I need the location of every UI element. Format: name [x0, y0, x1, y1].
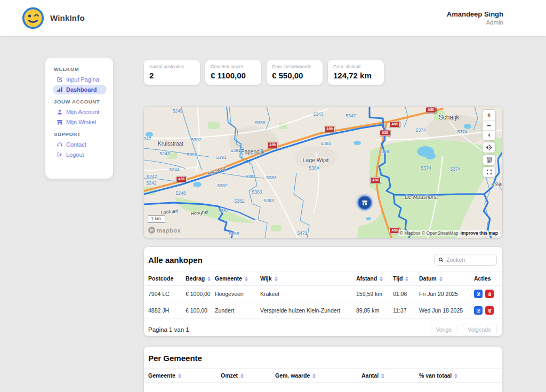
zoom-out-button[interactable]: −: [483, 120, 495, 130]
cell-acties: [472, 302, 502, 319]
ledger-icon: [486, 156, 493, 163]
app-logo: WinkInfo: [21, 6, 85, 30]
per-gemeente-card: Per Gemeente GemeenteOmzetGem. waardeAan…: [144, 347, 502, 392]
sidebar-item-logout[interactable]: Logout: [53, 150, 107, 159]
map-postcode-label: 5386: [255, 120, 266, 125]
road-shield: A50: [370, 177, 381, 183]
stat-value: 124,72 km: [333, 71, 379, 80]
app-title: WinkInfo: [50, 13, 85, 22]
map-attribution: © Mapbox © OpenStreetMap Improve this ma…: [398, 230, 500, 236]
column-header-datum[interactable]: Datum: [417, 271, 472, 286]
column-header-tijd[interactable]: Tijd: [391, 271, 417, 286]
sidebar-item-label: Mijn Winkel: [66, 119, 96, 125]
compass-button[interactable]: [483, 130, 495, 140]
map-postcode-label: 5374: [421, 165, 431, 171]
cell-wijk: Krakeel: [258, 286, 354, 302]
map-postcode-label: 5374: [457, 129, 468, 134]
sidebar-item-label: Logout: [66, 151, 84, 158]
map-postcode-label: 5391: [231, 148, 241, 153]
road-shield: A50: [425, 107, 436, 113]
edit-button[interactable]: [474, 290, 483, 298]
cell-afstand: 159,59 km: [354, 286, 391, 302]
delete-button[interactable]: [485, 290, 494, 298]
stat-card-gemeten-omzet: Gemeten omzet€ 1100,00: [205, 60, 261, 85]
store-marker[interactable]: [358, 196, 372, 210]
road-shield: A59: [324, 126, 335, 132]
edit-button[interactable]: [474, 306, 483, 315]
zoom-in-button[interactable]: +: [483, 110, 495, 120]
column-header-gem-waarde[interactable]: Gem. waarde: [273, 369, 359, 383]
logout-icon: [57, 151, 63, 158]
stat-label: Gem. bestelwaarde: [272, 64, 317, 69]
sort-icon: [240, 374, 244, 378]
map-postcode-label: 5242: [147, 174, 157, 179]
fullscreen-button[interactable]: [483, 167, 495, 177]
map-controls: + −: [483, 110, 495, 177]
geolocate-button[interactable]: [483, 142, 495, 153]
search-input[interactable]: [446, 257, 493, 263]
delete-button[interactable]: [485, 306, 494, 315]
per-gemeente-title: Per Gemeente: [148, 354, 202, 363]
improve-map-link[interactable]: Improve this map: [461, 230, 498, 236]
map-postcode-label: 5391: [216, 155, 227, 160]
column-header--van-totaal[interactable]: % van totaal: [417, 369, 502, 383]
sidebar-item-contact[interactable]: Contact: [53, 140, 107, 149]
cell-acties: [472, 286, 502, 302]
map-postcode-label: 5382: [235, 198, 245, 204]
stat-value: € 550,00: [272, 71, 317, 80]
sidebar-item-dashboard[interactable]: Dashboard: [53, 85, 107, 94]
sidebar-item-mijn-account[interactable]: Mijn Account: [53, 107, 107, 117]
sort-icon: [207, 277, 211, 281]
map-postcode-label: 5388: [379, 149, 389, 154]
sidebar-item-mijn-winkel[interactable]: Mijn Winkel: [53, 117, 107, 127]
road-shield: A59: [380, 130, 390, 136]
sort-icon: [178, 374, 181, 378]
road-shield: A59: [176, 176, 187, 182]
column-header-bedrag[interactable]: Bedrag: [183, 271, 213, 286]
map-style-button[interactable]: [483, 155, 495, 165]
map-place-label: De Maashorst: [405, 194, 438, 200]
edit-icon: [57, 76, 63, 83]
winking-smiley-icon: [21, 6, 45, 30]
column-header-omzet[interactable]: Omzet: [219, 369, 273, 383]
mapbox-logo: m mapbox: [148, 227, 181, 234]
pagination: Vorige Volgende: [430, 324, 497, 335]
map[interactable]: 5249534353425386524753925391524353925391…: [144, 107, 502, 238]
next-page-button[interactable]: Volgende: [462, 324, 497, 335]
column-header-afstand[interactable]: Afstand: [354, 271, 391, 286]
app-header: WinkInfo Amandeep Singh Admin: [0, 0, 546, 36]
map-place-label: Schaijk: [439, 114, 460, 121]
sidebar-section-title: SUPPORT: [54, 131, 107, 137]
map-postcode-label: 5258: [229, 231, 239, 236]
sidebar-item-label: Mijn Account: [66, 109, 99, 115]
map-postcode-label: 5247: [144, 136, 151, 141]
map-postcode-label: 5374: [416, 127, 426, 133]
sidebar-item-input-pagina[interactable]: Input Pagina: [53, 75, 107, 84]
cell-gemeente: Hoogeveen: [213, 286, 258, 302]
map-place-label: Papendijk: [241, 149, 264, 155]
map-place-label: Loofaert: [160, 208, 179, 215]
cell-tijd: 11:37: [391, 302, 417, 319]
map-postcode-label: 5381: [246, 174, 256, 179]
column-header-wijk[interactable]: Wijk: [258, 271, 354, 286]
column-header-aantal[interactable]: Aantal: [359, 369, 417, 383]
store-icon: [362, 199, 368, 206]
cell-datum: Wed Jun 18 2025: [417, 302, 472, 319]
map-postcode-label: 5374: [451, 166, 461, 172]
column-header-gemeente[interactable]: Gemeente: [213, 271, 258, 286]
stat-value: 2: [149, 71, 195, 80]
map-postcode-label: 5392: [191, 137, 202, 142]
stat-card-gem-afstand: Gem. afstand124,72 km: [328, 60, 384, 85]
table-row: 4882 JH€ 100,00ZundertVerspreide huizen …: [144, 302, 502, 319]
map-postcode-label: 5249: [173, 108, 183, 114]
sidebar-item-label: Contact: [66, 141, 86, 148]
column-header-gemeente[interactable]: Gemeente: [144, 369, 219, 383]
cell-postcode: 7904 LC: [144, 286, 183, 302]
search-box[interactable]: [434, 254, 497, 266]
previous-page-button[interactable]: Vorige: [430, 324, 457, 335]
map-postcode-label: 5242: [147, 180, 157, 186]
map-postcode-label: 5384: [309, 165, 319, 171]
cell-bedrag: € 100,00: [183, 302, 213, 319]
purchases-title: Alle aankopen: [148, 255, 203, 265]
user-name: Amandeep Singh: [447, 10, 503, 18]
